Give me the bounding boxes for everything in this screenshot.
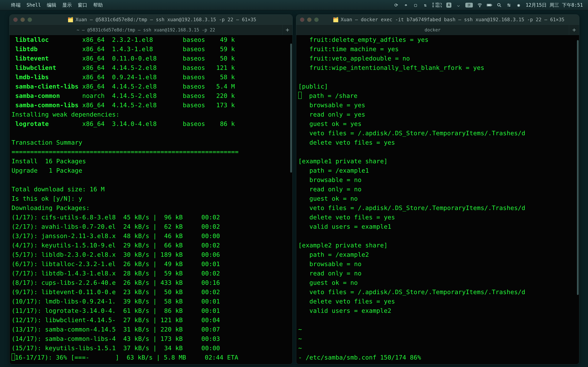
menubar-left: 终端 Shell 编辑 显示 窗口 帮助 <box>5 2 103 8</box>
svg-point-7 <box>508 4 509 5</box>
svg-line-5 <box>500 6 501 7</box>
tabbar-right: docker + <box>296 25 579 35</box>
traffic-lights-right <box>300 17 319 22</box>
menubar-app-name[interactable]: 终端 <box>11 2 21 8</box>
maximize-button[interactable] <box>314 17 319 22</box>
terminal-window-right: 🗂️ Xuan — docker exec -it b7a6749fabed b… <box>296 14 579 365</box>
maximize-button[interactable] <box>27 17 32 22</box>
folder-icon: 🗂️ <box>68 17 73 22</box>
menubar-item-edit[interactable]: 编辑 <box>47 2 56 8</box>
wifi-icon[interactable] <box>477 2 483 8</box>
tab-add-right[interactable]: + <box>569 25 579 35</box>
menubar-item-shell[interactable]: Shell <box>26 2 41 8</box>
tab-left-1[interactable]: ~ — @5831c6d57e8d:/tmp — ssh xuan@192.16… <box>9 25 282 35</box>
titlebar-left[interactable]: 🗂️ Xuan — @5831c6d57e8d:/tmp — ssh xuan@… <box>9 15 293 25</box>
control-center-icon[interactable] <box>506 2 512 8</box>
terminal-window-left: 🗂️ Xuan — @5831c6d57e8d:/tmp — ssh xuan@… <box>9 14 293 365</box>
terminal-body-right[interactable]: fruit:delete_empty_adfiles = yes fruit:t… <box>296 35 579 364</box>
window-title-right: 🗂️ Xuan — docker exec -it b7a6749fabed b… <box>322 17 575 22</box>
svg-point-9 <box>509 5 510 6</box>
spotlight-icon[interactable] <box>496 2 502 8</box>
tab-right-1[interactable]: docker <box>296 25 569 35</box>
bluetooth-icon[interactable]: ⌵ <box>456 2 461 8</box>
svg-point-0 <box>480 7 480 7</box>
menubar-right: ⟳ ☂ ▢ ⇅ 0 KB/s 0 KB/s A ⌵ 拼 ◉ 12月15日 周三 … <box>394 2 583 8</box>
battery-icon[interactable] <box>487 2 492 8</box>
svg-rect-2 <box>492 5 492 5</box>
svg-rect-3 <box>487 4 491 6</box>
scrollbar-right[interactable] <box>577 40 579 295</box>
net-down: 0 KB/s <box>432 5 442 8</box>
network-graph-icon[interactable]: ⇅ <box>423 2 428 8</box>
tab-add-left[interactable]: + <box>282 25 293 35</box>
close-button[interactable] <box>13 17 18 22</box>
desktop: 🗂️ Xuan — @5831c6d57e8d:/tmp — ssh xuan@… <box>0 10 588 367</box>
menubar-clock[interactable]: 12月15日 周三 下午8:51 <box>526 2 583 8</box>
tabbar-left: ~ — @5831c6d57e8d:/tmp — ssh xuan@192.16… <box>9 25 293 35</box>
titlebar-right[interactable]: 🗂️ Xuan — docker exec -it b7a6749fabed b… <box>296 15 579 25</box>
terminal-body-left[interactable]: libtalloc x86_64 2.3.2-1.el8 baseos 49 k… <box>9 35 293 364</box>
close-button[interactable] <box>300 17 304 22</box>
menubar-item-view[interactable]: 显示 <box>62 2 72 8</box>
letter-a-icon[interactable]: A <box>446 2 451 8</box>
window-title-left: 🗂️ Xuan — @5831c6d57e8d:/tmp — ssh xuan@… <box>35 17 289 22</box>
input-method-icon[interactable]: 拼 <box>465 3 473 8</box>
net-speed: 0 KB/s 0 KB/s <box>432 2 442 8</box>
menubar-item-help[interactable]: 帮助 <box>93 2 103 8</box>
menubar: 终端 Shell 编辑 显示 窗口 帮助 ⟳ ☂ ▢ ⇅ 0 KB/s 0 KB… <box>0 0 588 10</box>
phone-icon[interactable]: ▢ <box>413 2 418 8</box>
minimize-button[interactable] <box>20 17 25 22</box>
siri-icon[interactable]: ◉ <box>516 2 521 8</box>
svg-point-4 <box>498 3 500 6</box>
scrollbar-left[interactable] <box>290 43 292 173</box>
folder-icon: 🗂️ <box>333 17 339 22</box>
menubar-item-window[interactable]: 窗口 <box>78 2 87 8</box>
title-text-right: Xuan — docker exec -it b7a6749fabed bash… <box>341 17 564 22</box>
title-text-left: Xuan — @5831c6d57e8d:/tmp — ssh xuan@192… <box>76 17 256 22</box>
traffic-lights-left <box>13 17 32 22</box>
umbrella-icon[interactable]: ☂ <box>403 2 409 8</box>
minimize-button[interactable] <box>307 17 311 22</box>
sync-icon[interactable]: ⟳ <box>394 2 399 8</box>
